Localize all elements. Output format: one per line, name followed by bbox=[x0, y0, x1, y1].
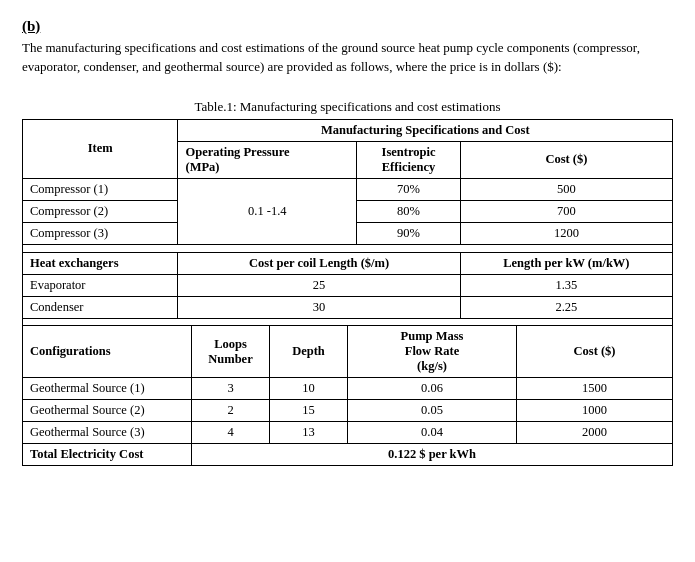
geo3-loops: 4 bbox=[192, 422, 270, 444]
geo3-cost: 2000 bbox=[517, 422, 673, 444]
table-row: Condenser 30 2.25 bbox=[23, 296, 673, 318]
col-mfg-header: Manufacturing Specifications and Cost bbox=[178, 119, 673, 141]
condenser-cost: 30 bbox=[178, 296, 460, 318]
col-pressure-header: Operating Pressure(MPa) bbox=[178, 141, 357, 178]
table-row: Geothermal Source (1) 3 10 0.06 1500 bbox=[23, 378, 673, 400]
compressor3-efficiency: 90% bbox=[357, 222, 461, 244]
table-row: Geothermal Source (2) 2 15 0.05 1000 bbox=[23, 400, 673, 422]
compressor2-name: Compressor (2) bbox=[23, 200, 178, 222]
section-title: (b) bbox=[22, 18, 40, 34]
geo1-cost: 1500 bbox=[517, 378, 673, 400]
geo2-cost: 1000 bbox=[517, 400, 673, 422]
evaporator-cost: 25 bbox=[178, 274, 460, 296]
compressor-pressure: 0.1 -1.4 bbox=[178, 178, 357, 244]
total-label: Total Electricity Cost bbox=[23, 444, 192, 466]
col-cost-header: Cost ($) bbox=[460, 141, 672, 178]
config-col4-header: Pump MassFlow Rate(kg/s) bbox=[348, 326, 517, 378]
heat-exchanger-header-row: Heat exchangers Cost per coil Length ($/… bbox=[23, 252, 673, 274]
compressor3-name: Compressor (3) bbox=[23, 222, 178, 244]
col-item-header: Item bbox=[23, 119, 178, 178]
config-col1-header: Configurations bbox=[23, 326, 192, 378]
geo2-loops: 2 bbox=[192, 400, 270, 422]
condenser-name: Condenser bbox=[23, 296, 178, 318]
condenser-length: 2.25 bbox=[460, 296, 672, 318]
config-col3-header: Depth bbox=[270, 326, 348, 378]
table-caption: Table.1: Manufacturing specifications an… bbox=[22, 99, 673, 115]
table-row: Compressor (1) 0.1 -1.4 70% 500 bbox=[23, 178, 673, 200]
configurations-table: Configurations LoopsNumber Depth Pump Ma… bbox=[22, 325, 673, 466]
table-row: Evaporator 25 1.35 bbox=[23, 274, 673, 296]
length-per-kw-header: Length per kW (m/kW) bbox=[460, 252, 672, 274]
compressor3-cost: 1200 bbox=[460, 222, 672, 244]
compressor1-efficiency: 70% bbox=[357, 178, 461, 200]
heat-exchanger-label: Heat exchangers bbox=[23, 252, 178, 274]
geo2-flow: 0.05 bbox=[348, 400, 517, 422]
compressor2-cost: 700 bbox=[460, 200, 672, 222]
config-col2-header: LoopsNumber bbox=[192, 326, 270, 378]
cost-per-length-header: Cost per coil Length ($/m) bbox=[178, 252, 460, 274]
compressor2-efficiency: 80% bbox=[357, 200, 461, 222]
config-col5-header: Cost ($) bbox=[517, 326, 673, 378]
total-row: Total Electricity Cost 0.122 $ per kWh bbox=[23, 444, 673, 466]
evaporator-length: 1.35 bbox=[460, 274, 672, 296]
col-efficiency-header: IsentropicEfficiency bbox=[357, 141, 461, 178]
geo1-depth: 10 bbox=[270, 378, 348, 400]
geo3-flow: 0.04 bbox=[348, 422, 517, 444]
config-header-row: Configurations LoopsNumber Depth Pump Ma… bbox=[23, 326, 673, 378]
geo2-name: Geothermal Source (2) bbox=[23, 400, 192, 422]
specs-table: Item Manufacturing Specifications and Co… bbox=[22, 119, 673, 327]
geo3-depth: 13 bbox=[270, 422, 348, 444]
geo1-loops: 3 bbox=[192, 378, 270, 400]
geo3-name: Geothermal Source (3) bbox=[23, 422, 192, 444]
geo1-name: Geothermal Source (1) bbox=[23, 378, 192, 400]
table-row: Geothermal Source (3) 4 13 0.04 2000 bbox=[23, 422, 673, 444]
total-value: 0.122 $ per kWh bbox=[192, 444, 673, 466]
compressor1-cost: 500 bbox=[460, 178, 672, 200]
spacer-row bbox=[23, 244, 673, 252]
geo1-flow: 0.06 bbox=[348, 378, 517, 400]
geo2-depth: 15 bbox=[270, 400, 348, 422]
intro-paragraph: The manufacturing specifications and cos… bbox=[22, 39, 673, 77]
evaporator-name: Evaporator bbox=[23, 274, 178, 296]
compressor1-name: Compressor (1) bbox=[23, 178, 178, 200]
